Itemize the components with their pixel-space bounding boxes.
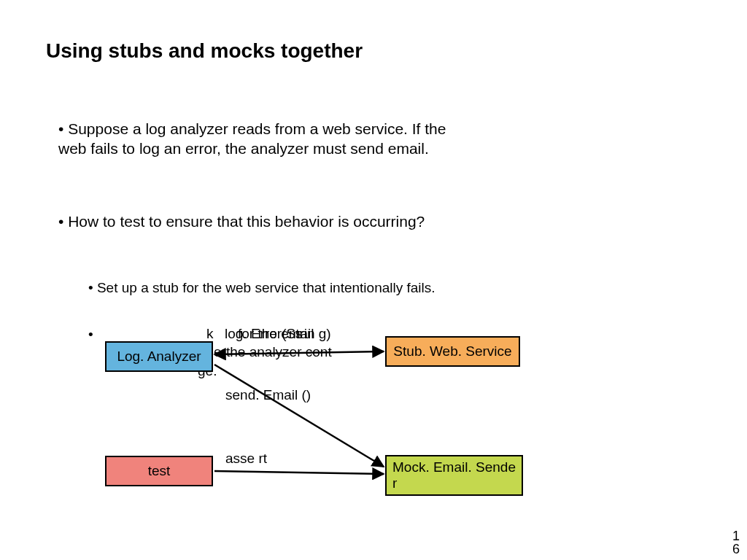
page-number-bottom: 6 [731,542,741,556]
text-fragment: er [214,344,226,360]
bullet-2: • How to test to ensure that this behavi… [58,211,467,231]
node-stub-web-service: Stub. Web. Service [385,336,520,367]
slide-title: Using stubs and mocks together [46,39,363,63]
edge-label-log-error: log. Error(Strin g) [225,327,331,342]
node-test: test [105,456,213,486]
edge-label-send-email: send. Email () [225,388,311,403]
page-number-top: 1 [731,529,741,542]
sub-bullet-1: • Set up a stub for the web service that… [88,279,482,298]
text-fragment: k [206,326,214,342]
node-log-analyzer: Log. Analyzer [105,341,213,372]
page-number: 1 6 [731,529,741,556]
edge-label-assert: asse rt [225,451,267,467]
node-mock-email-sender: Mock. Email. Sende r [385,455,523,496]
text-fragment: the analyzer cont [226,344,332,360]
svg-line-2 [214,471,384,474]
bullet-1: • Suppose a log analyzer reads from a we… [58,119,467,159]
